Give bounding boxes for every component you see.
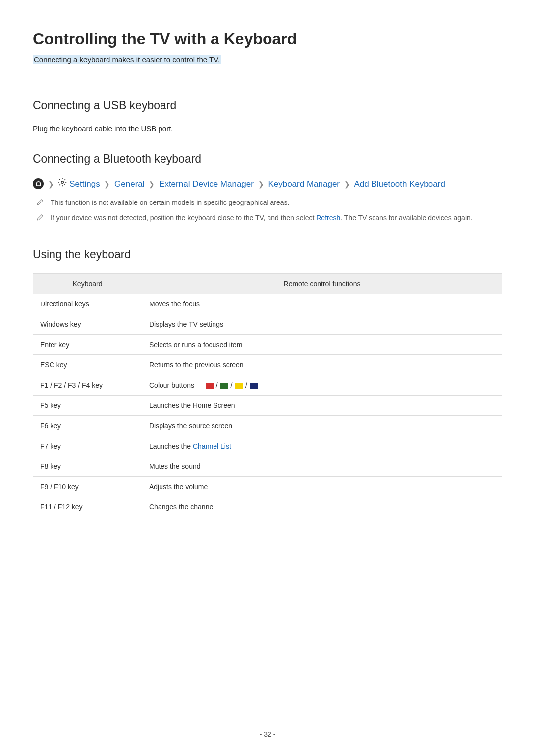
table-cell-key: F1 / F2 / F3 / F4 key <box>33 375 142 396</box>
table-row: F7 keyLaunches the Channel List <box>33 436 502 456</box>
nav-add-bluetooth-keyboard[interactable]: Add Bluetooth Keyboard <box>354 179 445 189</box>
chevron-icon: ❯ <box>48 179 54 190</box>
table-cell-key: F5 key <box>33 396 142 416</box>
chevron-icon: ❯ <box>149 179 155 190</box>
table-cell-function: Displays the source screen <box>142 416 502 436</box>
table-cell-function: Colour buttons ― / / / <box>142 375 502 396</box>
table-cell-key: F7 key <box>33 436 142 456</box>
table-row: Directional keysMoves the focus <box>33 294 502 314</box>
page-title: Controlling the TV with a Keyboard <box>33 30 502 48</box>
section-heading-usb: Connecting a USB keyboard <box>33 99 502 112</box>
breadcrumb: ❯ Settings ❯ General ❯ External Device M… <box>33 178 502 191</box>
colour-box-red <box>206 383 214 389</box>
table-cell-key: Windows key <box>33 314 142 335</box>
table-cell-function: Adjusts the volume <box>142 477 502 497</box>
colour-box-blue <box>250 383 258 389</box>
table-cell-function: Changes the channel <box>142 497 502 517</box>
home-icon <box>33 178 44 189</box>
table-row: F8 keyMutes the sound <box>33 456 502 477</box>
table-cell-function: Returns to the previous screen <box>142 355 502 375</box>
nav-keyboard-manager[interactable]: Keyboard Manager <box>268 179 340 189</box>
cell-text-pre: Launches the <box>149 442 193 450</box>
table-row: Enter keySelects or runs a focused item <box>33 335 502 355</box>
table-cell-key: ESC key <box>33 355 142 375</box>
table-header-keyboard: Keyboard <box>33 274 142 294</box>
table-row: F1 / F2 / F3 / F4 keyColour buttons ― / … <box>33 375 502 396</box>
table-row: F5 keyLaunches the Home Screen <box>33 396 502 416</box>
table-row: F11 / F12 keyChanges the channel <box>33 497 502 517</box>
svg-point-0 <box>61 181 64 184</box>
pencil-icon <box>37 199 44 207</box>
table-cell-function: Moves the focus <box>142 294 502 314</box>
pencil-icon <box>37 214 44 223</box>
gear-icon <box>58 178 67 191</box>
note-text: If your device was not detected, positio… <box>51 213 473 223</box>
note-item: If your device was not detected, positio… <box>33 213 502 223</box>
chevron-icon: ❯ <box>344 179 350 190</box>
table-cell-key: Enter key <box>33 335 142 355</box>
page-subtitle: Connecting a keyboard makes it easier to… <box>33 55 221 64</box>
table-cell-key: F8 key <box>33 456 142 477</box>
table-header-functions: Remote control functions <box>142 274 502 294</box>
colour-box-green <box>220 383 228 389</box>
table-cell-function: Launches the Channel List <box>142 436 502 456</box>
channel-list-link[interactable]: Channel List <box>193 442 231 450</box>
note-text: This function is not available on certai… <box>51 198 290 208</box>
note-text-post: . The TV scans for available devices aga… <box>340 214 472 222</box>
nav-settings[interactable]: Settings <box>69 179 100 189</box>
nav-external-device-manager[interactable]: External Device Manager <box>159 179 254 189</box>
note-item: This function is not available on certai… <box>33 198 502 208</box>
chevron-icon: ❯ <box>258 179 264 190</box>
table-cell-key: F9 / F10 key <box>33 477 142 497</box>
table-cell-key: Directional keys <box>33 294 142 314</box>
table-row: Windows keyDisplays the TV settings <box>33 314 502 335</box>
table-cell-key: F11 / F12 key <box>33 497 142 517</box>
table-cell-function: Displays the TV settings <box>142 314 502 335</box>
nav-general[interactable]: General <box>114 179 144 189</box>
chevron-icon: ❯ <box>104 179 110 190</box>
table-cell-key: F6 key <box>33 416 142 436</box>
section-heading-using: Using the keyboard <box>33 248 502 261</box>
colour-box-yellow <box>235 383 243 389</box>
refresh-link[interactable]: Refresh <box>316 214 340 222</box>
table-cell-function: Mutes the sound <box>142 456 502 477</box>
table-cell-function: Selects or runs a focused item <box>142 335 502 355</box>
table-row: F9 / F10 keyAdjusts the volume <box>33 477 502 497</box>
table-cell-function: Launches the Home Screen <box>142 396 502 416</box>
keyboard-functions-table: Keyboard Remote control functions Direct… <box>33 273 502 517</box>
note-text-pre: If your device was not detected, positio… <box>51 214 316 222</box>
table-row: F6 keyDisplays the source screen <box>33 416 502 436</box>
table-row: ESC keyReturns to the previous screen <box>33 355 502 375</box>
usb-body-text: Plug the keyboard cable into the USB por… <box>33 124 502 133</box>
section-heading-bluetooth: Connecting a Bluetooth keyboard <box>33 152 502 166</box>
page-number: - 32 - <box>33 730 502 738</box>
